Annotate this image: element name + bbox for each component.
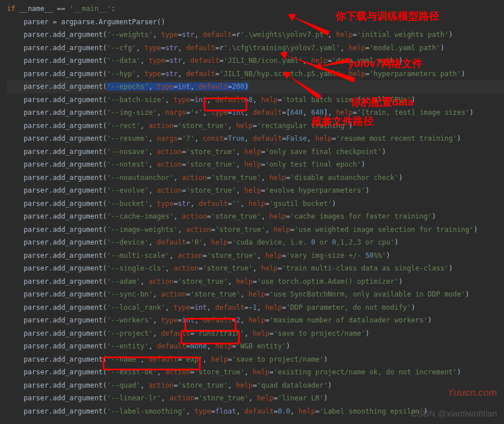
watermark-yuucn: Yuucn.com — [447, 388, 497, 398]
code-editor[interactable]: if __name__ == '__main__': parser = argp… — [0, 0, 504, 418]
watermark-csdn: CSDN @xiao9wo8tian — [411, 408, 497, 418]
